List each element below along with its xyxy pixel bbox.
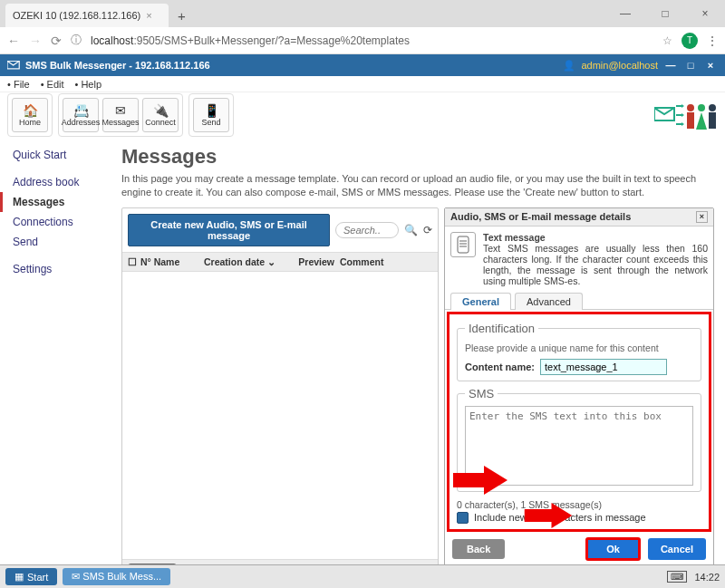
identification-fieldset: Identification Please provide a unique n… — [457, 322, 701, 381]
send-icon: 📱 — [204, 103, 219, 118]
form-highlight-area: Identification Please provide a unique n… — [447, 312, 711, 532]
toolbar-messages[interactable]: ✉Messages — [102, 98, 139, 132]
user-label[interactable]: admin@localhost — [581, 60, 658, 71]
sms-legend: SMS — [465, 387, 498, 400]
menu-help[interactable]: • Help — [75, 79, 102, 90]
svg-point-2 — [687, 104, 694, 111]
details-close-icon[interactable]: × — [696, 211, 708, 223]
col-date[interactable]: Creation date ⌄ — [204, 256, 285, 267]
sms-type-icon — [450, 232, 476, 257]
taskbar: ▦ Start ✉ SMS Bulk Mess... ⌨ 14:22 — [0, 564, 725, 588]
sidebar-item-send[interactable]: Send — [0, 232, 118, 252]
new-tab-button[interactable]: + — [169, 4, 195, 27]
svg-point-5 — [709, 104, 716, 111]
svg-rect-3 — [687, 112, 694, 129]
refresh-icon[interactable]: ⟳ — [423, 224, 432, 236]
checkbox-header[interactable]: ☐ — [128, 256, 140, 267]
details-title: Audio, SMS or E-mail message details — [450, 211, 631, 222]
app-minimize-icon[interactable]: — — [663, 59, 678, 72]
sidebar-item-messages[interactable]: Messages — [0, 192, 118, 212]
sidebar-item-quickstart[interactable]: Quick Start — [0, 145, 118, 165]
details-info-title: Text message — [483, 232, 708, 243]
page-title: Messages — [121, 145, 714, 169]
menu-file[interactable]: • File — [7, 79, 30, 90]
toolbar-send[interactable]: 📱Send — [193, 98, 229, 132]
nav-back-icon[interactable]: ← — [7, 34, 20, 48]
url-text[interactable]: localhost:9505/SMS+Bulk+Messenger/?a=Mes… — [91, 34, 653, 47]
keyboard-icon[interactable]: ⌨ — [667, 571, 687, 583]
nav-forward-icon[interactable]: → — [29, 34, 42, 48]
ok-button[interactable]: Ok — [585, 537, 641, 561]
app-header: SMS Bulk Messenger - 192.168.112.166 👤 a… — [0, 54, 725, 76]
callout-arrow-1 — [453, 466, 508, 495]
taskbar-clock: 14:22 — [694, 572, 720, 583]
home-icon: 🏠 — [23, 103, 38, 118]
create-new-button[interactable]: Create new Audio, SMS or E-mail message — [128, 214, 330, 246]
content-name-input[interactable] — [540, 359, 667, 375]
menu-edit[interactable]: • Edit — [41, 79, 64, 90]
include-newline-checkbox[interactable] — [457, 512, 469, 524]
table-header: ☐ N° Name Creation date ⌄ Preview Commen… — [122, 252, 438, 272]
nav-reload-icon[interactable]: ⟳ — [51, 34, 62, 48]
site-info-icon[interactable]: ⓘ — [71, 33, 82, 48]
sidebar-item-settings[interactable]: Settings — [0, 259, 118, 279]
list-body — [122, 272, 438, 559]
menubar: • File • Edit • Help — [0, 76, 725, 92]
taskbar-app-item[interactable]: ✉ SMS Bulk Mess... — [63, 568, 170, 585]
tab-close-icon[interactable]: × — [146, 10, 151, 21]
sidebar: Quick Start Address book Messages Connec… — [0, 138, 118, 564]
bookmark-star-icon[interactable]: ☆ — [662, 34, 672, 47]
browser-tab[interactable]: OZEKI 10 (192.168.112.166) × — [5, 4, 169, 27]
toolbar-connect[interactable]: 🔌Connect — [142, 98, 179, 132]
identification-legend: Identification — [465, 322, 538, 335]
col-preview[interactable]: Preview — [285, 256, 340, 267]
browser-titlebar: OZEKI 10 (192.168.112.166) × + — □ × — [0, 0, 725, 27]
taskbar-app-icon: ✉ — [72, 571, 80, 582]
search-input[interactable] — [335, 222, 399, 238]
back-button[interactable]: Back — [452, 539, 505, 559]
identification-help: Please provide a unique name for this co… — [465, 342, 693, 353]
svg-point-4 — [698, 104, 705, 111]
svg-rect-6 — [709, 112, 716, 129]
toolbar-addresses[interactable]: 📇Addresses — [63, 98, 99, 132]
taskbar-start[interactable]: ▦ Start — [5, 568, 57, 585]
connect-icon: 🔌 — [153, 103, 169, 118]
window-minimize-icon[interactable]: — — [605, 0, 645, 27]
addresses-icon: 📇 — [73, 103, 89, 118]
toolbar: 🏠Home 📇Addresses ✉Messages 🔌Connect 📱Sen… — [0, 92, 725, 138]
toolbar-home[interactable]: 🏠Home — [12, 98, 48, 132]
callout-arrow-2 — [524, 503, 573, 528]
profile-avatar[interactable]: T — [682, 33, 698, 49]
sidebar-item-addressbook[interactable]: Address book — [0, 172, 118, 192]
browser-menu-icon[interactable]: ⋮ — [707, 34, 718, 47]
header-illustration — [654, 99, 718, 131]
app-maximize-icon[interactable]: □ — [683, 59, 698, 72]
messages-icon: ✉ — [115, 103, 126, 118]
tab-general[interactable]: General — [450, 293, 511, 310]
svg-rect-7 — [458, 236, 469, 253]
list-panel: Create new Audio, SMS or E-mail message … — [121, 207, 439, 588]
col-name[interactable]: N° Name — [140, 256, 204, 267]
search-icon[interactable]: 🔍 — [404, 224, 418, 236]
cancel-button[interactable]: Cancel — [648, 538, 706, 560]
app-header-icon — [7, 61, 20, 70]
sidebar-item-connections[interactable]: Connections — [0, 212, 118, 232]
tab-advanced[interactable]: Advanced — [515, 293, 583, 310]
col-comment[interactable]: Comment — [340, 256, 432, 267]
details-info-text: Text SMS messages are usually less then … — [483, 243, 708, 286]
page-description: In this page you may create a message te… — [121, 172, 714, 200]
char-count-status: 0 character(s), 1 SMS message(s) — [457, 499, 701, 510]
app-title: SMS Bulk Messenger - 192.168.112.166 — [25, 60, 210, 71]
window-maximize-icon[interactable]: □ — [645, 0, 685, 27]
user-icon: 👤 — [563, 60, 575, 72]
tab-title: OZEKI 10 (192.168.112.166) — [13, 10, 140, 21]
start-grid-icon: ▦ — [14, 571, 24, 583]
app-close-icon[interactable]: × — [703, 59, 718, 72]
browser-url-row: ← → ⟳ ⓘ localhost:9505/SMS+Bulk+Messenge… — [0, 27, 725, 54]
content-name-label: Content name: — [465, 361, 535, 372]
details-panel: Audio, SMS or E-mail message details × T… — [444, 207, 714, 588]
window-close-icon[interactable]: × — [685, 0, 725, 27]
